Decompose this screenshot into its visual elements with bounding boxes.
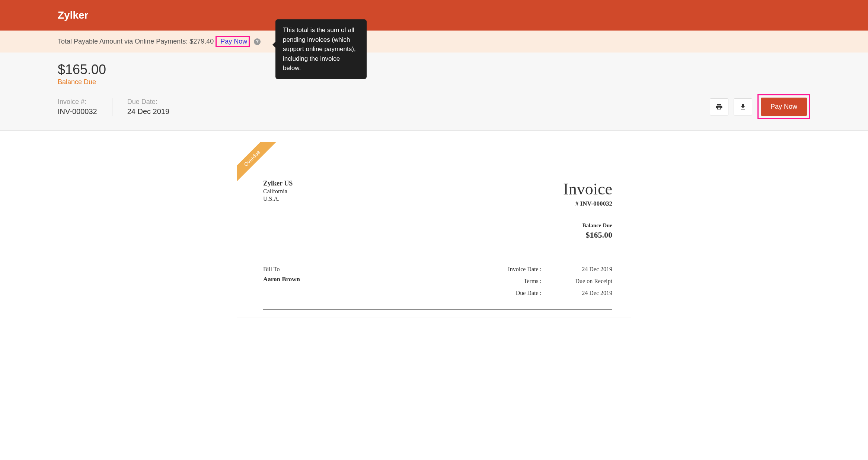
invoice-title: Invoice xyxy=(563,180,612,199)
payable-bar: Total Payable Amount via Online Payments… xyxy=(0,31,868,53)
title-block: Invoice # INV-000032 Balance Due $165.00 xyxy=(563,180,612,240)
paynow-button-highlight: Pay Now xyxy=(757,94,810,119)
balance-amount: $165.00 xyxy=(58,62,810,77)
terms-value: Due on Receipt xyxy=(568,278,612,285)
brand-name: Zylker xyxy=(58,9,89,21)
invoice-body-row: Bill To Aaron Brown Invoice Date : 24 De… xyxy=(263,266,612,302)
payable-tooltip: This total is the sum of all pending inv… xyxy=(275,19,367,79)
invoice-number-value: INV-000032 xyxy=(58,107,97,116)
invoice-number-block: Invoice #: INV-000032 xyxy=(58,98,112,116)
help-icon[interactable]: ? xyxy=(254,38,261,45)
doc-balance-label: Balance Due xyxy=(563,222,612,229)
paynow-highlight: Pay Now xyxy=(216,36,250,47)
from-block: Zylker US California U.S.A. xyxy=(263,180,293,202)
summary-meta-row: Invoice #: INV-000032 Due Date: 24 Dec 2… xyxy=(58,94,810,119)
terms-row: Terms : Due on Receipt xyxy=(501,278,612,285)
paynow-button[interactable]: Pay Now xyxy=(761,98,807,116)
summary-section: $165.00 Balance Due Invoice #: INV-00003… xyxy=(0,53,868,131)
download-button[interactable] xyxy=(734,98,752,115)
invoice-number-label: Invoice #: xyxy=(58,98,97,106)
from-region: California xyxy=(263,188,293,195)
from-org: Zylker US xyxy=(263,180,293,187)
paynow-link[interactable]: Pay Now xyxy=(220,38,247,45)
terms-key: Terms : xyxy=(501,278,542,285)
invoice-date-key: Invoice Date : xyxy=(501,266,542,273)
dates-block: Invoice Date : 24 Dec 2019 Terms : Due o… xyxy=(501,266,612,302)
billto-name: Aaron Brown xyxy=(263,276,300,283)
balance-label: Balance Due xyxy=(58,78,810,86)
print-button[interactable] xyxy=(710,98,728,115)
invoice-document: Overdue Zylker US California U.S.A. Invo… xyxy=(237,142,631,317)
payable-label: Total Payable Amount via Online Payments… xyxy=(58,38,188,45)
doc-balance-block: Balance Due $165.00 xyxy=(563,222,612,240)
due-date-label: Due Date: xyxy=(127,98,169,106)
billto-block: Bill To Aaron Brown xyxy=(263,266,300,283)
doc-due-date-key: Due Date : xyxy=(501,290,542,296)
actions: Pay Now xyxy=(710,94,810,119)
download-icon xyxy=(739,103,747,111)
due-date-row: Due Date : 24 Dec 2019 xyxy=(501,290,612,296)
invoice-doc-number: # INV-000032 xyxy=(563,200,612,207)
due-date-block: Due Date: 24 Dec 2019 xyxy=(127,98,184,116)
invoice-header: Zylker US California U.S.A. Invoice # IN… xyxy=(263,180,612,240)
invoice-wrapper: Overdue Zylker US California U.S.A. Invo… xyxy=(0,131,868,329)
invoice-divider xyxy=(263,309,612,310)
doc-due-date-value: 24 Dec 2019 xyxy=(568,290,612,296)
invoice-date-row: Invoice Date : 24 Dec 2019 xyxy=(501,266,612,273)
billto-label: Bill To xyxy=(263,266,300,273)
payable-amount: $279.40 xyxy=(189,38,214,45)
due-date-value: 24 Dec 2019 xyxy=(127,107,169,116)
print-icon xyxy=(715,103,723,111)
from-country: U.S.A. xyxy=(263,196,293,202)
top-banner: Zylker xyxy=(0,0,868,31)
doc-balance-amount: $165.00 xyxy=(563,230,612,240)
invoice-date-value: 24 Dec 2019 xyxy=(568,266,612,273)
